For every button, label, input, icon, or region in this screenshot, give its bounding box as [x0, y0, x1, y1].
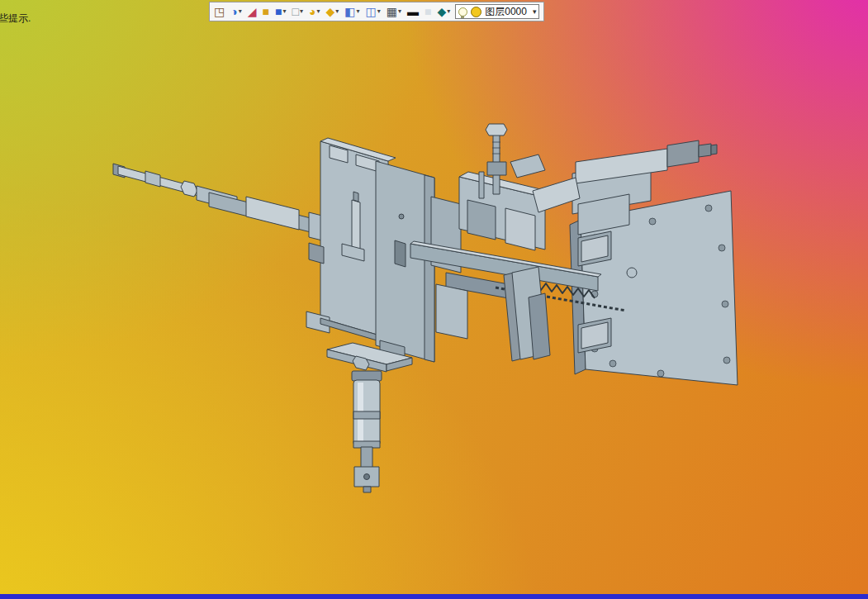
revolve-feature-icon-glyph: ◑ [230, 6, 237, 17]
extrude-feature-icon[interactable]: ■ [263, 6, 269, 17]
bottom-piston-rod [361, 447, 372, 468]
front-plate-slot [395, 240, 406, 267]
chevron-down-icon[interactable]: ▾ [316, 8, 320, 15]
layer-color-icon[interactable] [471, 7, 481, 17]
left-plate-side-block [309, 243, 324, 264]
bottom-cylinder-band-1 [353, 411, 380, 419]
revolve-feature-icon[interactable]: ◑▾ [230, 6, 241, 17]
fillet-feature-icon[interactable]: ◕▾ [309, 6, 320, 17]
adjust-screw-collar [487, 162, 506, 175]
brush-icon[interactable]: ◢ [248, 6, 257, 17]
app-window: 些提示. ◳◑▾◢■■▾□▾◕▾◆▾◧▾◫▾▦▾▬■◆▾ 图层0000 ▾ [0, 0, 868, 599]
color-swatch-icon-glyph: ■ [425, 6, 431, 17]
chevron-down-icon[interactable]: ▾ [282, 8, 286, 15]
front-plate-hole [399, 214, 404, 219]
sketch-exit-icon[interactable]: ◳ [214, 6, 225, 17]
lower-small-block [436, 284, 467, 339]
sketch-exit-icon-glyph: ◳ [214, 6, 225, 17]
extrude-feature-icon-glyph: ■ [263, 6, 269, 17]
window-select-icon-glyph: ◧ [344, 6, 355, 17]
render-mode-icon[interactable]: ▦▾ [387, 6, 401, 17]
center-sub-block-right [505, 208, 535, 250]
air-cylinder-knob [711, 145, 717, 155]
air-cylinder-rear [667, 140, 699, 167]
layer-visibility-bulb-icon[interactable] [458, 7, 467, 17]
reference-plane-icon-glyph: ◫ [365, 6, 376, 17]
render-mode-icon-glyph: ▦ [387, 6, 397, 17]
window-select-icon[interactable]: ◧▾ [344, 6, 359, 17]
assembly-3d-model[interactable] [0, 0, 868, 599]
chevron-down-icon[interactable]: ▾ [300, 8, 303, 15]
layer-name: 图层0000 [485, 5, 527, 19]
air-cylinder-tip [699, 144, 711, 157]
chevron-down-icon[interactable]: ▾ [530, 7, 537, 16]
chevron-down-icon[interactable]: ▾ [335, 8, 339, 15]
adjust-screw-hex-head [486, 124, 507, 135]
brush-icon-glyph: ◢ [248, 6, 257, 17]
material-icon-glyph: ◆ [437, 6, 446, 17]
arm-collar [145, 171, 160, 187]
guide-rod [352, 200, 360, 250]
toolbar-icons: ◳◑▾◢■■▾□▾◕▾◆▾◧▾◫▾▦▾▬■◆▾ [214, 6, 450, 17]
chevron-down-icon[interactable]: ▾ [377, 8, 381, 15]
chevron-down-icon[interactable]: ▾ [356, 8, 359, 15]
chevron-down-icon[interactable]: ▾ [398, 8, 401, 15]
color-swatch-icon[interactable]: ■ [425, 6, 431, 17]
bottom-status-bar [0, 594, 868, 599]
fillet-feature-icon-glyph: ◕ [309, 6, 315, 17]
main-toolbar: ◳◑▾◢■■▾□▾◕▾◆▾◧▾◫▾▦▾▬■◆▾ 图层0000 ▾ [209, 2, 544, 21]
line-width-icon-glyph: ▬ [407, 6, 419, 17]
rail-carriage [246, 197, 299, 230]
guide-rod-tip [353, 192, 358, 202]
reference-plane-icon[interactable]: ◫▾ [365, 6, 380, 17]
boolean-feature-icon[interactable]: ■▾ [275, 6, 286, 17]
boolean-feature-icon-glyph: ■ [275, 6, 282, 17]
center-angled-bracket [510, 155, 545, 178]
arm-hex-nut [181, 181, 197, 197]
bottom-cylinder-collar [352, 371, 382, 381]
bottom-end-hole [364, 474, 370, 480]
chevron-down-icon[interactable]: ▾ [447, 8, 450, 15]
layer-combo[interactable]: 图层0000 ▾ [455, 4, 539, 19]
chamfer-feature-icon[interactable]: ◆▾ [325, 6, 339, 17]
material-icon[interactable]: ◆▾ [437, 6, 450, 17]
bottom-nub [363, 487, 371, 492]
status-hint-text: 些提示. [0, 12, 31, 26]
primitive-cube-icon-glyph: □ [292, 6, 298, 17]
dowel-pin [479, 172, 484, 198]
primitive-cube-icon[interactable]: □▾ [292, 6, 302, 17]
chamfer-feature-icon-glyph: ◆ [325, 6, 334, 17]
line-width-icon[interactable]: ▬ [407, 6, 419, 17]
center-sub-block-left [467, 200, 496, 240]
chevron-down-icon[interactable]: ▾ [239, 8, 242, 15]
